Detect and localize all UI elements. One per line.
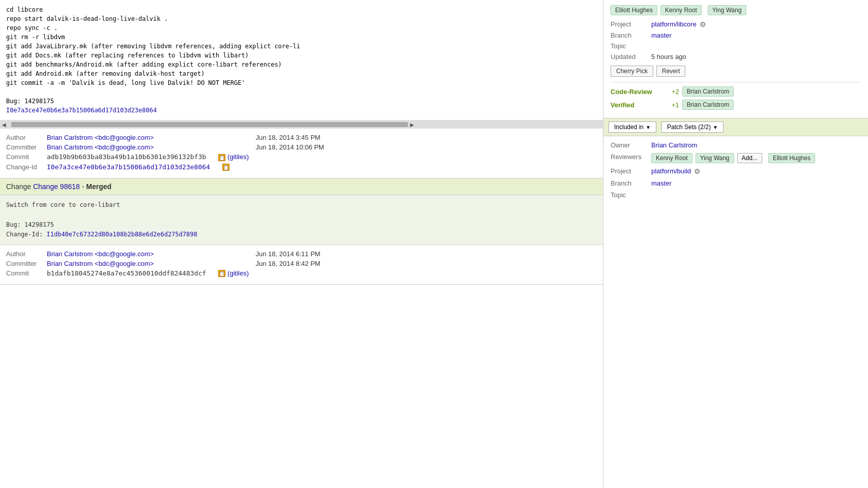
verified-reviewer[interactable]: Brian Carlstrom xyxy=(682,100,734,110)
right-top: Elliott Hughes Kenny Root Ying Wang Proj… xyxy=(603,0,868,118)
updated-label: Updated xyxy=(611,53,651,60)
committer-label: Committer xyxy=(6,143,47,151)
commit-section-top: cd libcore repo start dalvik-is-dead-lon… xyxy=(0,0,603,178)
reviewers-row: Reviewers Kenny Root Ying Wang Add... El… xyxy=(611,153,861,163)
copy-icon-commit: 📋 xyxy=(216,153,225,161)
merged-committer-row: Committer Brian Carlstrom <bdc@google.co… xyxy=(6,260,597,267)
branch-label-bottom: Branch xyxy=(611,179,651,187)
reviewer-tag-elliott[interactable]: Elliott Hughes xyxy=(611,5,657,15)
reviewer-tag-ying[interactable]: Ying Wang xyxy=(708,5,746,15)
topic-row: Topic xyxy=(611,42,861,50)
copy-btn[interactable]: 📋 xyxy=(218,154,225,161)
project-label: Project xyxy=(611,20,651,28)
copy-changeid-btn[interactable]: 📋 xyxy=(222,164,229,171)
merged-changeid-link[interactable]: I1db40e7c67322d80a108b2b88e6d2e6d275d789… xyxy=(46,231,197,238)
topic-label-bottom: Topic xyxy=(611,191,651,199)
patch-sets-button[interactable]: Patch Sets (2/2) ▼ xyxy=(661,121,724,133)
commit-code: cd libcore repo start dalvik-is-dead-lon… xyxy=(0,0,603,120)
reviewer-elliott-bottom[interactable]: Elliott Hughes xyxy=(768,153,815,163)
scrollbar-area[interactable]: ◀ ▶ xyxy=(0,120,603,129)
merged-changeid-label-inline: Change-Id: xyxy=(6,231,46,238)
updated-row: Updated 5 hours ago xyxy=(611,53,861,60)
changeid-value[interactable]: I0e7a3ce47e0b6e3a7b15006a6d17d103d23e806… xyxy=(47,163,210,171)
commit-hash: adb19b9b603ba83ba49b1a10b6301e396132bf3b xyxy=(47,153,206,161)
merged-meta: Author Brian Carlstrom <bdc@google.com> … xyxy=(0,245,603,285)
project-value[interactable]: platform/libcore xyxy=(651,20,697,28)
changeid-label: Change-Id xyxy=(6,163,47,171)
merged-bug: Bug: 14298175 xyxy=(6,221,54,228)
included-arrow-icon: ▼ xyxy=(646,125,651,130)
right-panel: Elliott Hughes Kenny Root Ying Wang Proj… xyxy=(603,0,868,488)
author-value[interactable]: Brian Carlstrom <bdc@google.com> xyxy=(47,134,154,141)
merged-title: Switch from core to core-libart xyxy=(6,201,120,208)
merged-committer-date: Jun 18, 2014 8:42 PM xyxy=(255,260,320,267)
merged-header: Change Change 98618 - Merged xyxy=(0,178,603,195)
cherry-pick-button[interactable]: Cherry Pick xyxy=(611,66,653,77)
right-bottom-body: Owner Brian Carlstrom Reviewers Kenny Ro… xyxy=(603,136,868,208)
reviewer-kenny-bottom[interactable]: Kenny Root xyxy=(651,153,692,163)
add-reviewer-button[interactable]: Add... xyxy=(737,153,762,163)
verified-score: +1 xyxy=(672,101,679,109)
revert-button[interactable]: Revert xyxy=(656,66,685,77)
project-value-bottom[interactable]: platform/build xyxy=(651,167,691,175)
copy-icon-changeid: 📋 xyxy=(220,163,229,171)
copy-merged-btn[interactable]: 📋 xyxy=(218,270,225,277)
verified-row: Verified +1 Brian Carlstrom xyxy=(611,100,861,110)
code-review-row: Code-Review +2 Brian Carlstrom xyxy=(611,86,861,97)
committer-row: Committer Brian Carlstrom <bdc@google.co… xyxy=(6,143,597,151)
gear-icon-top[interactable]: ⚙ xyxy=(700,20,706,28)
merged-badge: Merged xyxy=(86,182,111,191)
gear-icon-bottom[interactable]: ⚙ xyxy=(694,167,701,175)
merged-change-label: Change xyxy=(6,182,33,191)
commit-meta-top: Author Brian Carlstrom <bdc@google.com> … xyxy=(0,129,603,178)
updated-value: 5 hours ago xyxy=(651,53,686,60)
topic-label: Topic xyxy=(611,42,651,50)
branch-row-bottom: Branch master xyxy=(611,179,861,187)
action-buttons: Cherry Pick Revert xyxy=(611,66,861,77)
copy-icon-merged: 📋 xyxy=(216,269,225,278)
merged-committer-value[interactable]: Brian Carlstrom <bdc@google.com> xyxy=(47,260,154,267)
verified-label: Verified xyxy=(611,101,672,109)
merged-commit-row: Commit b1dafb18045274e8a7ec45360010ddf82… xyxy=(6,269,597,278)
merged-dash: - xyxy=(82,182,86,191)
page-wrapper: cd libcore repo start dalvik-is-dead-lon… xyxy=(0,0,868,488)
owner-row: Owner Brian Carlstrom xyxy=(611,141,861,149)
code-review-reviewer[interactable]: Brian Carlstrom xyxy=(682,86,734,97)
reviewer-tag-kenny[interactable]: Kenny Root xyxy=(660,5,702,15)
committer-date: Jun 18, 2014 10:06 PM xyxy=(255,143,324,151)
branch-row: Branch master xyxy=(611,32,861,39)
reviewers-wrap: Kenny Root Ying Wang Add... Elliott Hugh… xyxy=(651,153,815,163)
code-review-label: Code-Review xyxy=(611,88,672,96)
branch-value-bottom[interactable]: master xyxy=(651,179,672,187)
project-row: Project platform/libcore ⚙ xyxy=(611,20,861,28)
merged-author-label: Author xyxy=(6,250,47,258)
patch-sets-arrow-icon: ▼ xyxy=(713,125,718,130)
included-in-button[interactable]: Included in ▼ xyxy=(609,121,656,133)
patch-sets-label: Patch Sets (2/2) xyxy=(667,124,711,131)
reviewers-label: Reviewers xyxy=(611,153,651,161)
merged-body: Switch from core to core-libart Bug: 142… xyxy=(0,195,603,245)
merged-commit-hash: b1dafb18045274e8a7ec45360010ddf824483dcf xyxy=(47,269,206,278)
owner-value[interactable]: Brian Carlstrom xyxy=(651,141,697,149)
changeid-row: Change-Id I0e7a3ce47e0b6e3a7b15006a6d17d… xyxy=(6,163,597,171)
merged-author-value[interactable]: Brian Carlstrom <bdc@google.com> xyxy=(47,250,154,258)
merged-commit-label: Commit xyxy=(6,269,47,278)
scroll-left-arrow[interactable]: ◀ xyxy=(2,122,6,128)
code-review-score: +2 xyxy=(672,88,679,96)
change-id-link-top[interactable]: I0e7a3ce47e0b6e3a7b15006a6d17d103d23e806… xyxy=(6,107,157,114)
scroll-right-arrow[interactable]: ▶ xyxy=(410,122,414,128)
commit-label: Commit xyxy=(6,153,47,161)
project-label-bottom: Project xyxy=(611,167,651,175)
gitiles-link-top[interactable]: (gitiles) xyxy=(227,153,249,161)
included-bar: Included in ▼ Patch Sets (2/2) ▼ xyxy=(603,118,868,136)
included-in-label: Included in xyxy=(614,124,644,131)
gitiles-link-merged[interactable]: (gitiles) xyxy=(227,269,249,278)
merged-change-num[interactable]: Change 98618 xyxy=(33,182,80,191)
author-row: Author Brian Carlstrom <bdc@google.com> … xyxy=(6,134,597,141)
merged-committer-label: Committer xyxy=(6,260,47,267)
committer-value[interactable]: Brian Carlstrom <bdc@google.com> xyxy=(47,143,154,151)
scrollbar-thumb[interactable] xyxy=(11,122,408,127)
branch-value[interactable]: master xyxy=(651,32,672,39)
reviewer-ying-bottom[interactable]: Ying Wang xyxy=(696,153,734,163)
commit-row: Commit adb19b9b603ba83ba49b1a10b6301e396… xyxy=(6,153,597,161)
